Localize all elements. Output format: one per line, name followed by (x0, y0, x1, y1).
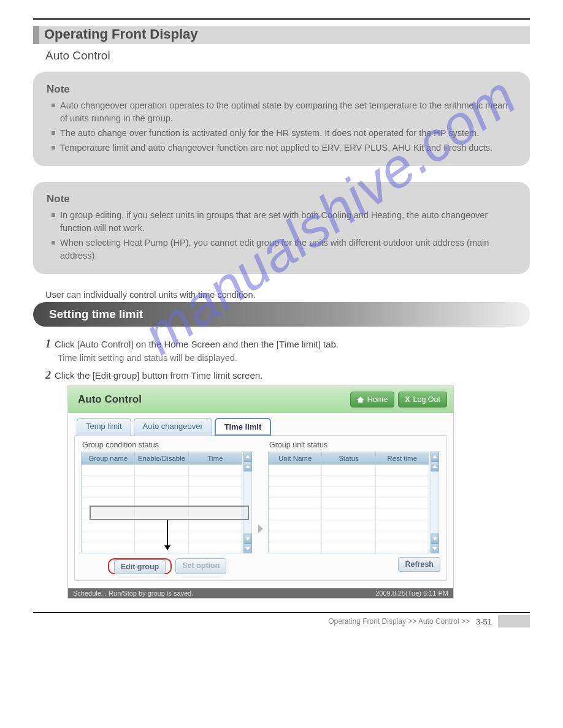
window-header: Auto Control Home X Log Out (68, 386, 453, 413)
scroll-up-button[interactable] (243, 461, 252, 471)
note-box-1: Note Auto changeover operation operates … (33, 72, 530, 166)
home-button[interactable]: Home (350, 392, 394, 408)
note-heading: Note (47, 193, 516, 205)
note-item: In group editing, if you select units in… (52, 209, 516, 235)
note-item: Temperature limit and auto changeover fu… (52, 142, 516, 154)
col-time: Time (189, 452, 242, 464)
rule-bottom (33, 612, 530, 613)
tab-auto-changeover[interactable]: Auto changeover (134, 418, 212, 436)
scroll-down-button[interactable] (243, 534, 252, 544)
callout-highlight (90, 506, 249, 520)
col-enable-disable: Enable/Disable (135, 452, 188, 464)
home-button-label: Home (367, 395, 388, 404)
group-condition-pane: Group condition status Group name Enable… (81, 441, 253, 574)
col-rest-time: Rest time (376, 452, 429, 464)
section-title: Operating Front Display (44, 26, 198, 42)
window-title: Auto Control (74, 393, 347, 406)
scroll-bottom-button[interactable] (431, 544, 439, 553)
set-option-button[interactable]: Set option (175, 558, 226, 574)
intro-text: User can individually control units with… (45, 290, 530, 300)
page-number: 3-51 (476, 617, 492, 626)
note-item: Auto changeover operation operates to th… (52, 99, 516, 125)
home-icon (357, 396, 364, 403)
section-ribbon: Operating Front Display (33, 26, 530, 44)
col-group-name: Group name (82, 452, 135, 464)
tab-time-limit[interactable]: Time limit (215, 418, 271, 436)
col-unit-name: Unit Name (269, 452, 322, 464)
page-number-box (498, 615, 530, 628)
step-1: 1Click [Auto Control] on the Home Screen… (45, 338, 530, 351)
scroll-top-button[interactable] (431, 452, 439, 461)
tab-row: Temp limit Auto changeover Time limit (77, 418, 447, 436)
status-datetime: 2009.8.25(Tue) 6:11 PM (375, 590, 448, 597)
step-1-text: Click [Auto Control] on the Home Screen … (55, 339, 339, 349)
tab-temp-limit[interactable]: Temp limit (77, 418, 131, 436)
note-box-2: Note In group editing, if you select uni… (33, 182, 530, 274)
logout-button[interactable]: X Log Out (398, 392, 447, 408)
scroll-down-button[interactable] (431, 534, 439, 544)
note-item: When selecting Heat Pump (HP), you canno… (52, 237, 516, 262)
note-item: The auto change over function is activat… (52, 127, 516, 140)
scroll-up-button[interactable] (431, 461, 439, 471)
step-2: 2Click the [Edit group] button from Time… (45, 369, 530, 382)
edit-group-highlight: Edit group (108, 558, 172, 574)
group-unit-table: Unit Name Status Rest time (268, 452, 429, 553)
edit-group-button[interactable]: Edit group (114, 559, 166, 574)
close-icon: X (405, 395, 410, 404)
step-1-sub: Time limit setting and status will be di… (58, 353, 530, 363)
group-condition-table: Group name Enable/Disable Time (81, 452, 242, 553)
scrollbar-track[interactable] (431, 471, 439, 534)
group-condition-label: Group condition status (81, 441, 253, 449)
col-status: Status (322, 452, 375, 464)
rule-top (33, 18, 530, 20)
scrollbar-track[interactable] (243, 471, 252, 534)
scroll-bottom-button[interactable] (243, 544, 252, 553)
step-2-text: Click the [Edit group] button from Time … (55, 370, 262, 381)
section-subtitle: Auto Control (45, 49, 530, 63)
refresh-button[interactable]: Refresh (398, 557, 440, 572)
transfer-arrow-icon (258, 525, 263, 533)
footer-breadcrumb: Operating Front Display >> Auto Control … (328, 617, 470, 626)
status-message: Schedule... Run/Stop by group is saved. (73, 590, 193, 597)
subsection-heading-text: Setting time limit (49, 308, 143, 321)
group-unit-label: Group unit status (268, 441, 440, 449)
screenshot-auto-control: Auto Control Home X Log Out Temp limit A… (67, 385, 454, 599)
callout-arrow (167, 520, 168, 550)
scroll-top-button[interactable] (243, 452, 252, 461)
logout-button-label: Log Out (413, 395, 440, 404)
subsection-heading: Setting time limit (33, 302, 530, 327)
note-heading: Note (47, 83, 516, 96)
status-bar: Schedule... Run/Stop by group is saved. … (68, 588, 453, 598)
group-unit-pane: Group unit status Unit Name Status Rest … (268, 441, 440, 572)
